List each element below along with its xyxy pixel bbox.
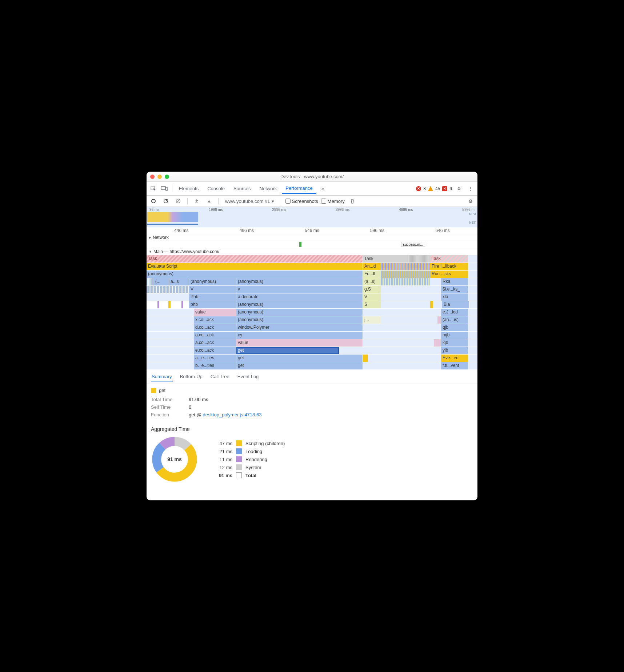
tab-console[interactable]: Console: [204, 184, 228, 193]
main-section-header[interactable]: ▼Main — https://www.youtube.com/: [147, 248, 477, 255]
expand-icon: ▶: [149, 236, 151, 239]
legend-total: 91 msTotal: [213, 472, 285, 478]
clear-icon[interactable]: [173, 197, 183, 205]
donut-chart: 91 ms: [151, 436, 198, 483]
tab-network[interactable]: Network: [256, 184, 281, 193]
zoom-icon[interactable]: [165, 175, 169, 179]
screenshots-checkbox[interactable]: Screenshots: [285, 199, 318, 204]
svg-rect-2: [166, 187, 167, 191]
window-controls: [150, 175, 169, 179]
self-time-value: 0: [189, 404, 191, 410]
donut-legend: 47 msScripting (children) 21 msLoading 1…: [213, 438, 285, 480]
tab-elements[interactable]: Elements: [175, 184, 202, 193]
details-pane: Summary Bottom-Up Call Tree Event Log ge…: [147, 370, 477, 500]
target-select[interactable]: www.youtube.com #1 ▾: [223, 198, 276, 205]
aggregated-time: Aggregated Time 91 ms 47 msScripting (ch…: [151, 426, 473, 483]
scripting-swatch-icon: [151, 388, 156, 393]
devtools-window: DevTools - www.youtube.com/ Elements Con…: [147, 172, 477, 500]
titlebar: DevTools - www.youtube.com/: [147, 172, 477, 182]
tab-more[interactable]: »: [318, 184, 328, 193]
warning-icon[interactable]: [428, 186, 433, 191]
cpu-label: CPU: [469, 212, 476, 216]
legend-rendering: 11 msRendering: [213, 456, 285, 462]
tab-bottom-up[interactable]: Bottom-Up: [179, 372, 203, 381]
warning-count: 45: [435, 186, 440, 191]
tab-event-log[interactable]: Event Log: [237, 372, 260, 381]
flame-task[interactable]: Task: [363, 255, 408, 263]
svg-point-3: [152, 199, 155, 203]
close-icon[interactable]: [150, 175, 155, 179]
error-count: 8: [423, 186, 426, 191]
other-count: 6: [449, 186, 452, 191]
legend-system: 12 msSystem: [213, 464, 285, 470]
chevron-down-icon: ▾: [272, 199, 274, 204]
legend-scripting: 47 msScripting (children): [213, 440, 285, 446]
window-title: DevTools - www.youtube.com/: [147, 174, 477, 179]
inspect-icon[interactable]: [149, 185, 158, 193]
trash-icon[interactable]: [348, 197, 357, 205]
download-icon[interactable]: [204, 197, 214, 205]
main-tabs: Elements Console Sources Network Perform…: [147, 182, 477, 196]
network-section-header[interactable]: ▶Network: [147, 234, 477, 241]
settings-gear-icon[interactable]: ⚙: [466, 197, 475, 205]
flame-task[interactable]: Task: [147, 255, 363, 263]
total-time-value: 91.00 ms: [189, 397, 208, 402]
svg-rect-1: [161, 187, 165, 189]
svg-line-5: [177, 200, 180, 203]
source-link[interactable]: desktop_polymer.js:4718:63: [203, 412, 262, 417]
selected-function-name: get: [159, 388, 165, 393]
tab-performance[interactable]: Performance: [282, 183, 316, 194]
collapse-icon: ▼: [149, 250, 152, 253]
flame-selected-get[interactable]: get: [236, 347, 339, 354]
upload-icon[interactable]: [192, 197, 201, 205]
error-icon[interactable]: ✕: [416, 186, 421, 191]
gear-icon[interactable]: ⚙: [454, 185, 464, 193]
device-icon[interactable]: [160, 185, 169, 193]
network-track[interactable]: success.m...: [147, 241, 477, 248]
net-label: NET: [469, 221, 476, 224]
summary-panel: get Total Time91.00 ms Self Time0 Functi…: [147, 384, 477, 500]
reload-icon[interactable]: [161, 197, 171, 205]
tab-call-tree[interactable]: Call Tree: [210, 372, 230, 381]
donut-total: 91 ms: [151, 436, 198, 483]
perf-toolbar: www.youtube.com #1 ▾ Screenshots Memory …: [147, 196, 477, 207]
flame-evaluate-script[interactable]: Evaluate Script: [147, 263, 363, 270]
other-error-icon[interactable]: ✕: [442, 186, 447, 191]
network-item[interactable]: success.m...: [401, 242, 425, 247]
details-tabs: Summary Bottom-Up Call Tree Event Log: [147, 370, 477, 384]
flame-anonymous[interactable]: (anonymous): [147, 271, 363, 278]
record-icon[interactable]: [149, 197, 158, 205]
time-ruler[interactable]: 446 ms 496 ms 546 ms 596 ms 646 ms: [147, 227, 477, 234]
overview-timeline[interactable]: 96 ms 1996 ms 2996 ms 3996 ms 4996 ms 59…: [147, 207, 477, 227]
kebab-icon[interactable]: ⋮: [466, 185, 475, 193]
flame-task[interactable]: Task: [430, 255, 468, 263]
memory-checkbox[interactable]: Memory: [321, 199, 345, 204]
flame-chart[interactable]: Task Task Task Evaluate Script An...d Fi…: [147, 255, 477, 370]
legend-loading: 21 msLoading: [213, 448, 285, 454]
tab-summary[interactable]: Summary: [151, 372, 173, 381]
issue-counts: ✕8 45 ✕6 ⚙ ⋮: [416, 185, 475, 193]
tab-sources[interactable]: Sources: [230, 184, 255, 193]
minimize-icon[interactable]: [157, 175, 162, 179]
